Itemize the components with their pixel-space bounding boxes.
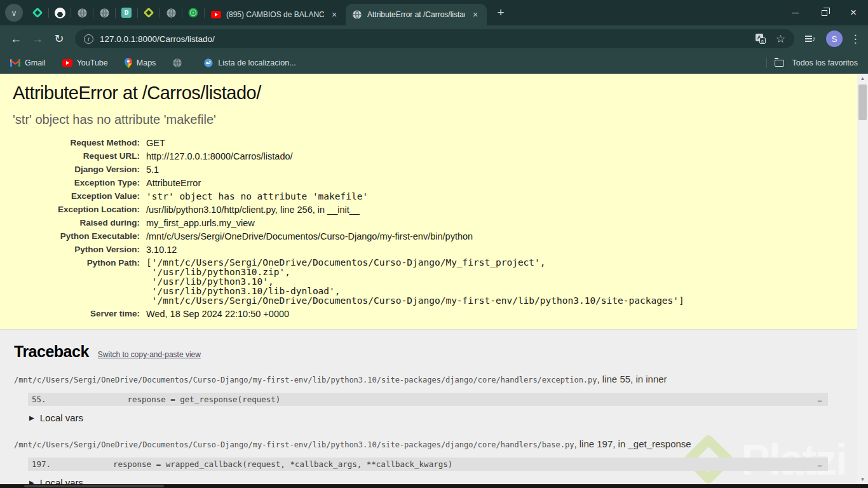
- devdocs-icon: D: [121, 8, 132, 18]
- table-row: Python Path:['/mnt/c/Users/Sergi/OneDriv…: [13, 256, 684, 307]
- frame-line-info: , line 55, in inner: [597, 374, 667, 384]
- table-row: Request Method:GET: [13, 136, 684, 149]
- local-vars-toggle[interactable]: ▶ Local vars: [29, 412, 843, 423]
- table-row: Request URL:http://127.0.0.1:8000/Carros…: [13, 149, 684, 163]
- profile-avatar[interactable]: S: [826, 30, 843, 47]
- minimize-button[interactable]: [780, 0, 810, 25]
- pinned-tab-site-2[interactable]: [93, 2, 115, 24]
- table-row: Exception Type:AttributeError: [13, 176, 684, 189]
- site-info-icon[interactable]: i: [84, 34, 93, 44]
- row-value: Wed, 18 Sep 2024 22:10:50 +0000: [146, 307, 684, 320]
- music-note-icon: ♪: [812, 34, 816, 43]
- scrollbar-thumb[interactable]: [24, 485, 164, 487]
- new-tab-button[interactable]: +: [492, 4, 510, 22]
- close-window-button[interactable]: ×: [839, 0, 868, 25]
- row-value: /usr/lib/python3.10/http/client.py, line…: [146, 203, 684, 216]
- row-label: Django Version:: [13, 163, 146, 176]
- error-summary: AttributeError at /Carros/listado/ 'str'…: [0, 74, 857, 330]
- close-icon[interactable]: ×: [329, 10, 339, 20]
- local-vars-toggle[interactable]: ▶ Local vars: [29, 477, 843, 484]
- restore-icon: [822, 10, 827, 16]
- pinned-tab-green[interactable]: [182, 2, 204, 24]
- row-value: /mnt/c/Users/Sergi/OneDrive/Documentos/C…: [146, 229, 684, 243]
- pinned-tab-platzi-2[interactable]: [138, 2, 159, 24]
- ellipsis-icon: …: [817, 395, 822, 403]
- pinned-tabs: D: [27, 2, 205, 24]
- table-row: Python Executable:/mnt/c/Users/Sergi/One…: [13, 229, 684, 243]
- table-row: Exception Value:'str' object has no attr…: [13, 189, 684, 203]
- django-error-page: AttributeError at /Carros/listado/ 'str'…: [0, 74, 857, 484]
- globe-icon: [166, 8, 177, 18]
- table-row: Django Version:5.1: [13, 163, 684, 176]
- translate-icon[interactable]: A a: [756, 34, 766, 44]
- row-label: Exception Location:: [13, 203, 146, 216]
- media-controls-button[interactable]: ♪: [799, 28, 821, 50]
- all-bookmarks-label: Todos los favoritos: [792, 58, 858, 67]
- table-row: Exception Location:/usr/lib/python3.10/h…: [13, 203, 684, 216]
- switch-view-link[interactable]: Switch to copy-and-paste view: [98, 350, 201, 359]
- reload-icon: ↻: [54, 32, 64, 46]
- restore-button[interactable]: [810, 0, 839, 25]
- reload-button[interactable]: ↻: [48, 28, 70, 50]
- row-value: 3.10.12: [146, 243, 684, 256]
- row-label: Exception Value:: [13, 189, 146, 203]
- page-content: Platzi AttributeError at /Carros/listado…: [0, 74, 868, 488]
- table-row: Server time:Wed, 18 Sep 2024 22:10:50 +0…: [13, 307, 684, 320]
- bookmark-globe[interactable]: [172, 58, 187, 68]
- minimize-icon: [792, 13, 799, 13]
- pinned-tab-site-1[interactable]: [71, 2, 93, 24]
- pinned-tab-devdocs[interactable]: D: [116, 2, 137, 24]
- tab-active-error-page[interactable]: AttributeError at /Carros/listado ×: [346, 4, 487, 25]
- row-value: AttributeError: [146, 176, 684, 189]
- traceback-frame: /mnt/c/Users/Sergi/OneDrive/Documentos/C…: [14, 438, 843, 484]
- back-button[interactable]: ←: [5, 28, 27, 50]
- browser-menu-button[interactable]: ⋮: [848, 32, 863, 46]
- scroll-up-icon[interactable]: ▲: [857, 74, 868, 83]
- tab-youtube[interactable]: (895) CAMBIOS de BALANCE M ×: [205, 4, 346, 25]
- table-row: Raised during:my_first_app.urls.my_view: [13, 216, 684, 229]
- bookmark-label: YouTube: [77, 58, 108, 67]
- pinned-tab-site-3[interactable]: [160, 2, 182, 24]
- tab-strip: ∨ D: [0, 0, 868, 25]
- bookmark-star-icon[interactable]: ☆: [776, 32, 785, 46]
- globe-icon: [99, 8, 110, 18]
- bookmark-label: Gmail: [25, 58, 46, 67]
- vertical-scrollbar[interactable]: ▲ ▼: [857, 74, 868, 484]
- bookmark-label: Lista de localizacion...: [218, 58, 295, 67]
- address-bar[interactable]: i 127.0.0.1:8000/Carros/listado/ A a ☆: [75, 29, 794, 48]
- row-label: Exception Type:: [13, 176, 146, 189]
- pinned-tab-github[interactable]: [49, 2, 71, 24]
- all-bookmarks[interactable]: Todos los favoritos: [766, 58, 858, 68]
- pinned-tab-platzi[interactable]: [27, 2, 48, 24]
- bookmark-label: Maps: [137, 58, 156, 67]
- frame-file-path: /mnt/c/Users/Sergi/OneDrive/Documentos/C…: [14, 440, 574, 449]
- maps-pin-icon: [125, 58, 132, 68]
- bookmarks-bar: Gmail YouTube Maps Li: [0, 52, 868, 74]
- browser-toolbar: ← → ↻ i 127.0.0.1:8000/Carros/listado/ A…: [0, 25, 868, 52]
- bookmark-youtube[interactable]: YouTube: [62, 58, 108, 67]
- code-line[interactable]: 197. response = wrapped_callback(request…: [28, 458, 828, 471]
- tab-title: (895) CAMBIOS de BALANCE M: [226, 10, 324, 19]
- omnibox-actions: A a ☆: [756, 32, 785, 46]
- frame-file-path: /mnt/c/Users/Sergi/OneDrive/Documentos/C…: [14, 376, 597, 384]
- bookmark-maps[interactable]: Maps: [125, 58, 156, 68]
- bookmark-lista-localizacion[interactable]: Lista de localizacion...: [203, 58, 295, 68]
- tab-search-button[interactable]: ∨: [5, 4, 23, 22]
- local-vars-label: Local vars: [40, 477, 83, 484]
- code-line[interactable]: 55. response = get_response(request) …: [28, 393, 828, 406]
- traceback-section: Traceback Switch to copy-and-paste view …: [0, 330, 857, 484]
- url-text[interactable]: 127.0.0.1:8000/Carros/listado/: [100, 34, 215, 44]
- close-icon[interactable]: ×: [470, 10, 480, 20]
- kebab-menu-icon: ⋮: [850, 32, 861, 46]
- back-icon: ←: [10, 32, 22, 46]
- row-value: my_first_app.urls.my_view: [146, 216, 684, 229]
- horizontal-scrollbar[interactable]: [0, 484, 868, 488]
- scrollbar-thumb[interactable]: [858, 85, 867, 120]
- forward-button[interactable]: →: [27, 28, 48, 50]
- scroll-down-icon[interactable]: ▼: [857, 475, 868, 484]
- github-icon: [55, 8, 65, 18]
- forward-icon: →: [32, 32, 43, 46]
- youtube-icon: [211, 11, 221, 18]
- chevron-down-icon: ∨: [11, 8, 17, 18]
- bookmark-gmail[interactable]: Gmail: [10, 58, 46, 67]
